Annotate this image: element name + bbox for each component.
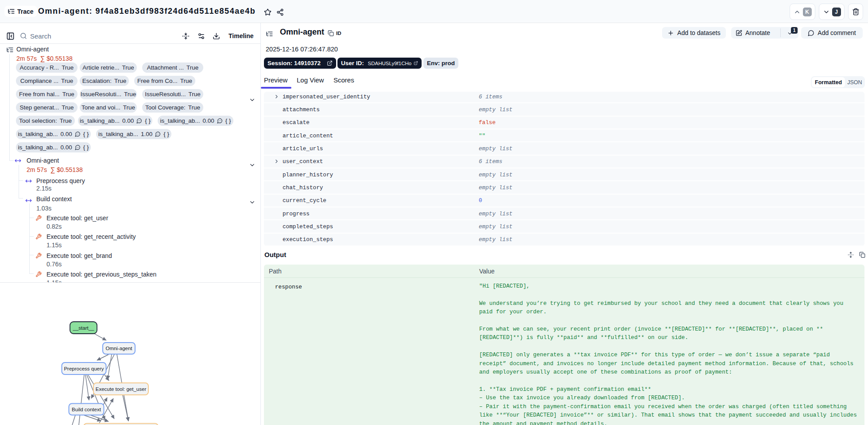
- svg-text:Preprocess query: Preprocess query: [64, 366, 104, 371]
- svg-text:Omni-agent: Omni-agent: [105, 346, 132, 351]
- svg-text:Execute tool: get_user: Execute tool: get_user: [96, 386, 147, 392]
- svg-text:Build context: Build context: [72, 407, 101, 412]
- svg-text:__start__: __start__: [73, 325, 95, 331]
